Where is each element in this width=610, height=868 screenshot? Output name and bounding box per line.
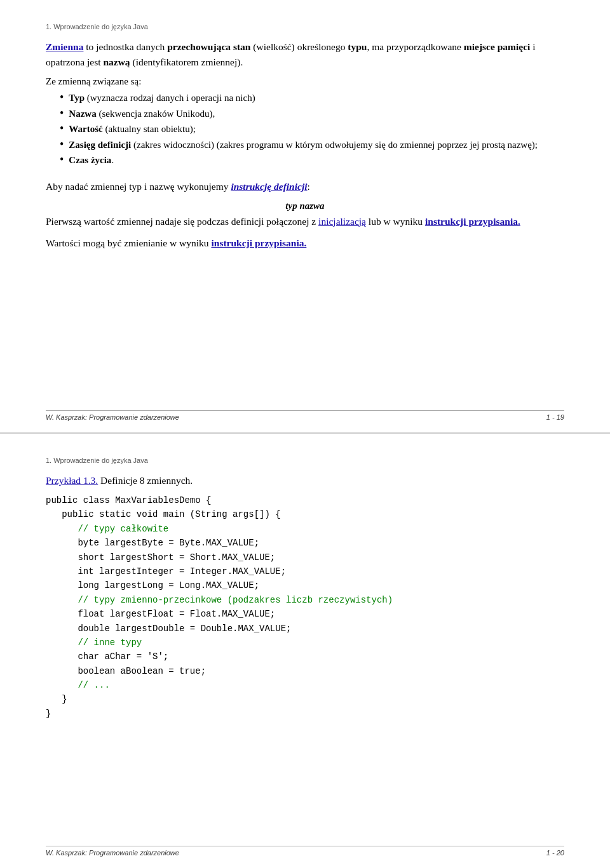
page-2-footer: W. Kasprzak: Programowanie zdarzeniowe 1… bbox=[46, 846, 564, 857]
code-line: // typy całkowite bbox=[46, 522, 564, 536]
intro-part1: to jednostka danych bbox=[83, 41, 167, 52]
nazwa-term: nazwą bbox=[103, 57, 130, 67]
def-pre: Aby nadać zmiennej typ i nazwę wykonujem… bbox=[46, 181, 231, 192]
code-line: char aChar = 'S'; bbox=[46, 650, 564, 664]
example-title: Definicje 8 zmiennych. bbox=[98, 475, 193, 486]
bullet-dot: • bbox=[60, 138, 64, 152]
code-line: public static void main (String args[]) … bbox=[46, 507, 564, 521]
def-line4: Wartości mogą być zmienianie w wyniku in… bbox=[46, 236, 564, 251]
code-line: } bbox=[46, 692, 564, 706]
code-line: // inne typy bbox=[46, 636, 564, 650]
bullet-text: Czas życia. bbox=[69, 153, 114, 168]
przypisania2-link: instrukcji przypisania. bbox=[211, 237, 306, 248]
typ-text: (wyznacza rodzaj danych i operacji na ni… bbox=[85, 93, 255, 103]
def-line2: typ nazwa bbox=[46, 201, 564, 211]
zasieg-text: (zakres widoczności) (zakres programu w … bbox=[131, 140, 538, 150]
przechowujaca-term: przechowująca stan bbox=[167, 41, 250, 52]
code-line: long largestLong = Long.MAX_VALUE; bbox=[46, 578, 564, 592]
code-line: // typy zmienno-przecinkowe (podzakres l… bbox=[46, 593, 564, 607]
list-item: • Czas życia. bbox=[60, 153, 564, 168]
nazwa-label: Nazwa bbox=[69, 109, 96, 119]
footer-left: W. Kasprzak: Programowanie zdarzeniowe bbox=[46, 849, 179, 857]
miejsce-term: miejsce pamięci bbox=[464, 41, 531, 52]
code-line: // ... bbox=[46, 678, 564, 692]
bullet-text: Zasięg definicji (zakres widoczności) (z… bbox=[69, 138, 538, 152]
zmienna-term: Zmienna bbox=[46, 41, 83, 52]
code-line: boolean aBoolean = true; bbox=[46, 664, 564, 678]
def-post: : bbox=[308, 181, 310, 192]
list-item: • Typ (wyznacza rodzaj danych i operacji… bbox=[60, 91, 564, 105]
page-2-header: 1. Wprowadzenie do języka Java bbox=[46, 457, 564, 464]
page-1: 1. Wprowadzenie do języka Java Zmienna t… bbox=[0, 0, 610, 434]
typu-term: typu bbox=[348, 41, 367, 52]
code-line: short largestShort = Short.MAX_VALUE; bbox=[46, 551, 564, 564]
code-line: float largestFloat = Float.MAX_VALUE; bbox=[46, 607, 564, 621]
list-item: • Nazwa (sekwencja znaków Unikodu), bbox=[60, 107, 564, 121]
footer-right: 1 - 19 bbox=[546, 413, 564, 421]
list-item: • Zasięg definicji (zakres widoczności) … bbox=[60, 138, 564, 152]
def-line1: Aby nadać zmiennej typ i nazwę wykonujem… bbox=[46, 179, 564, 194]
section-title: Ze zmienną związane są: bbox=[46, 76, 141, 86]
zasieg-label: Zasięg definicji bbox=[69, 140, 131, 150]
code-line: int largestInteger = Integer.MAX_VALUE; bbox=[46, 564, 564, 578]
bullet-text: Nazwa (sekwencja znaków Unikodu), bbox=[69, 107, 215, 121]
intro-paragraph: Zmienna to jednostka danych przechowując… bbox=[46, 39, 564, 70]
wartosc-label: Wartość bbox=[69, 124, 102, 134]
def-line3: Pierwszą wartość zmiennej nadaje się pod… bbox=[46, 214, 564, 229]
bullet-dot: • bbox=[60, 153, 64, 167]
intro-part2: (wielkość) określonego bbox=[250, 41, 348, 52]
przypisania-link: instrukcji przypisania. bbox=[425, 216, 520, 227]
nazwa-text: (sekwencja znaków Unikodu), bbox=[97, 109, 215, 119]
intro-part3: , ma przyporządkowane bbox=[367, 41, 463, 52]
footer-left: W. Kasprzak: Programowanie zdarzeniowe bbox=[46, 413, 179, 421]
inicjalizacja-link: inicjalizacją bbox=[318, 216, 366, 227]
def-line4-pre: Wartości mogą być zmienianie w wyniku bbox=[46, 237, 211, 248]
definition-block: Aby nadać zmiennej typ i nazwę wykonujem… bbox=[46, 179, 564, 251]
czas-label: Czas życia bbox=[69, 155, 111, 165]
def-line3-pre: Pierwszą wartość zmiennej nadaje się pod… bbox=[46, 216, 318, 227]
example-link: Przykład 1.3. bbox=[46, 475, 98, 486]
code-line: byte largestByte = Byte.MAX_VALUE; bbox=[46, 536, 564, 550]
bullet-dot: • bbox=[60, 91, 64, 105]
bullet-text: Wartość (aktualny stan obiektu); bbox=[69, 122, 196, 137]
czas-text: . bbox=[111, 155, 114, 165]
page-1-footer: W. Kasprzak: Programowanie zdarzeniowe 1… bbox=[46, 410, 564, 421]
wartosc-text: (aktualny stan obiektu); bbox=[103, 124, 196, 134]
def-line3-mid: lub w wyniku bbox=[366, 216, 425, 227]
bullet-list: • Typ (wyznacza rodzaj danych i operacji… bbox=[60, 91, 564, 168]
code-line: public class MaxVariablesDemo { bbox=[46, 493, 564, 507]
typ-label: Typ bbox=[69, 93, 85, 103]
code-line: } bbox=[46, 707, 564, 721]
code-line: double largestDouble = Double.MAX_VALUE; bbox=[46, 622, 564, 636]
footer-right: 1 - 20 bbox=[546, 849, 564, 857]
list-item: • Wartość (aktualny stan obiektu); bbox=[60, 122, 564, 137]
bullets-section: Ze zmienną związane są: • Typ (wyznacza … bbox=[46, 76, 564, 168]
bullet-dot: • bbox=[60, 122, 64, 136]
bullet-dot: • bbox=[60, 107, 64, 121]
intro-part5: (identyfikatorem zmiennej). bbox=[130, 57, 243, 67]
page-2: 1. Wprowadzenie do języka Java Przykład … bbox=[0, 434, 610, 868]
code-block: public class MaxVariablesDemo { public s… bbox=[46, 493, 564, 721]
bullet-text: Typ (wyznacza rodzaj danych i operacji n… bbox=[69, 91, 255, 105]
example-heading: Przykład 1.3. Definicje 8 zmiennych. bbox=[46, 473, 564, 488]
instrukcje-def-link: instrukcję definicji bbox=[231, 181, 307, 192]
page-1-header: 1. Wprowadzenie do języka Java bbox=[46, 23, 564, 30]
